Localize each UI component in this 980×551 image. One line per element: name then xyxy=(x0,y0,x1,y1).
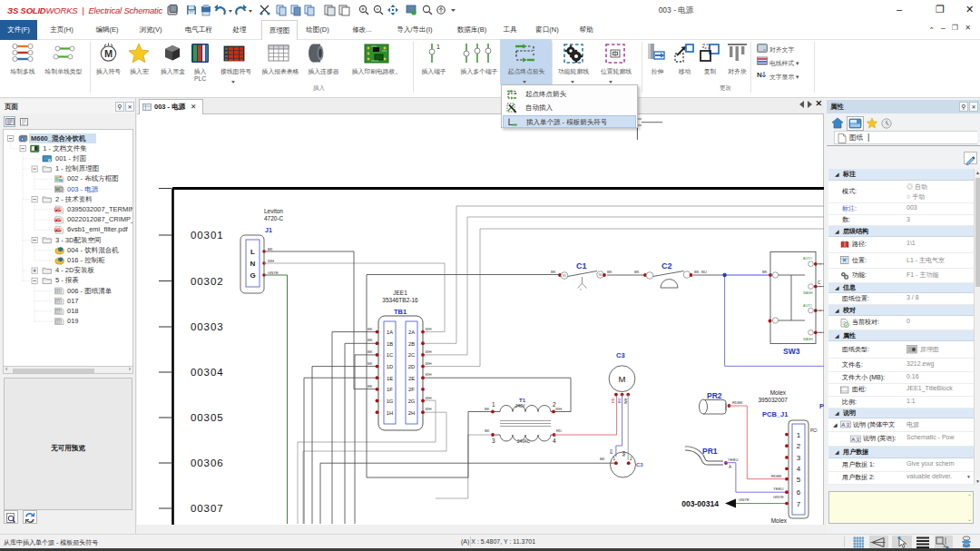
svg-text:WH: WH xyxy=(622,450,626,457)
svg-text:WH: WH xyxy=(426,407,432,411)
svg-text:WASH: WASH xyxy=(803,291,813,295)
svg-text:Molex: Molex xyxy=(770,389,787,396)
svg-text:5: 5 xyxy=(797,476,801,484)
svg-text:C2: C2 xyxy=(662,261,672,271)
svg-text:PR2: PR2 xyxy=(707,391,722,400)
svg-text:C1: C1 xyxy=(576,261,587,271)
svg-text:C3: C3 xyxy=(636,462,643,467)
svg-text:M: M xyxy=(104,48,113,59)
svg-text:Leviton: Leviton xyxy=(264,208,283,214)
svg-text:A: A xyxy=(841,422,845,428)
svg-text:M: M xyxy=(59,188,62,192)
svg-text:N: N xyxy=(757,71,762,79)
svg-text:1D: 1D xyxy=(387,364,393,369)
svg-text:SW3: SW3 xyxy=(783,347,800,356)
svg-text:BU: BU xyxy=(618,398,622,403)
svg-text:1: 1 xyxy=(797,431,801,439)
svg-text:Molex: Molex xyxy=(771,517,788,524)
svg-text:3: 3 xyxy=(492,438,495,444)
svg-text:1F: 1F xyxy=(387,387,393,392)
svg-text:BK: BK xyxy=(600,457,605,461)
svg-text:2C: 2C xyxy=(408,352,415,358)
svg-text:BK: BK xyxy=(368,338,373,342)
svg-text:AUTO: AUTO xyxy=(803,304,812,308)
svg-text:A: A xyxy=(851,437,855,442)
svg-text:JEE1: JEE1 xyxy=(393,290,407,296)
svg-text:WH: WH xyxy=(426,361,432,366)
svg-text:GNYE: GNYE xyxy=(773,495,784,499)
svg-text:WH: WH xyxy=(555,407,562,411)
svg-text:WASH: WASH xyxy=(803,338,813,341)
svg-text:文: 文 xyxy=(856,437,861,442)
svg-text:BK: BK xyxy=(485,407,490,411)
svg-text:2B: 2B xyxy=(408,341,415,347)
svg-text:WH: WH xyxy=(426,396,432,400)
svg-text:2E: 2E xyxy=(408,376,415,381)
svg-text:BK: BK xyxy=(485,428,490,433)
svg-text:GNYE: GNYE xyxy=(739,497,750,502)
svg-text:RDBK: RDBK xyxy=(771,474,782,478)
svg-text:TB1: TB1 xyxy=(394,308,407,316)
svg-text:C: C xyxy=(818,280,821,285)
svg-text:N: N xyxy=(250,260,256,268)
svg-text:BK: BK xyxy=(368,349,373,354)
svg-text:YEBU: YEBU xyxy=(773,487,783,491)
svg-text:BK: BK xyxy=(551,270,556,274)
svg-text:BK: BK xyxy=(368,327,373,331)
svg-text:PR1: PR1 xyxy=(702,447,718,456)
svg-text:00302: 00302 xyxy=(191,276,223,287)
svg-text:395032007: 395032007 xyxy=(758,397,788,403)
svg-text:AUTO: AUTO xyxy=(803,257,812,261)
svg-text:文: 文 xyxy=(846,422,851,428)
svg-text:95: 95 xyxy=(563,274,566,278)
svg-text:2G: 2G xyxy=(408,398,416,404)
svg-text:00307: 00307 xyxy=(191,503,223,514)
svg-text:RDBK: RDBK xyxy=(732,400,743,405)
svg-text:6: 6 xyxy=(797,488,801,497)
svg-text:BK: BK xyxy=(268,247,273,251)
svg-text:PCB_J1: PCB_J1 xyxy=(762,410,788,418)
svg-text:BK, BU: BK, BU xyxy=(694,270,707,274)
svg-text:1: 1 xyxy=(613,457,616,461)
svg-text:RD: RD xyxy=(556,428,562,433)
svg-text:A: A xyxy=(729,465,731,469)
svg-text:YEBU: YEBU xyxy=(728,458,738,462)
svg-text:PCI: PCI xyxy=(810,428,818,433)
svg-text:4: 4 xyxy=(553,438,556,444)
svg-text:35346TB2-16: 35346TB2-16 xyxy=(382,297,418,303)
svg-text:WH: WH xyxy=(624,398,628,404)
svg-text:4720-C: 4720-C xyxy=(264,215,284,221)
svg-text:WH: WH xyxy=(268,259,274,263)
svg-text:L: L xyxy=(250,248,255,256)
svg-text:WH: WH xyxy=(426,349,432,354)
svg-text:BK: BK xyxy=(368,361,373,366)
svg-text:T1: T1 xyxy=(519,398,526,403)
svg-text:BK: BK xyxy=(634,270,640,274)
svg-text:2: 2 xyxy=(630,457,632,461)
svg-text:C3: C3 xyxy=(616,351,625,359)
svg-text:BK: BK xyxy=(368,384,373,389)
svg-text:7: 7 xyxy=(797,500,801,508)
svg-text:2: 2 xyxy=(797,442,801,450)
svg-text:00301: 00301 xyxy=(191,230,223,241)
svg-text:2D: 2D xyxy=(408,364,415,369)
svg-text:00304: 00304 xyxy=(191,367,223,378)
svg-text:RD: RD xyxy=(612,398,615,403)
svg-text:1: 1 xyxy=(436,44,440,50)
svg-text:2F: 2F xyxy=(408,387,415,392)
svg-text:GNYE: GNYE xyxy=(268,271,279,275)
svg-text:PDF: PDF xyxy=(55,229,63,232)
svg-text:4: 4 xyxy=(797,465,801,473)
svg-text:BK: BK xyxy=(607,270,612,274)
svg-text:1H: 1H xyxy=(387,410,393,416)
svg-text:G: G xyxy=(250,271,255,280)
svg-text:00303: 00303 xyxy=(191,321,223,332)
svg-text:003-00314: 003-00314 xyxy=(681,499,719,508)
svg-text:PC: PC xyxy=(819,402,824,410)
svg-text:PDF: PDF xyxy=(55,218,63,221)
svg-text:BU: BU xyxy=(610,448,613,454)
svg-text:M: M xyxy=(619,374,626,384)
svg-text:2A: 2A xyxy=(408,330,415,335)
svg-text:96: 96 xyxy=(599,273,603,277)
svg-text:240V: 240V xyxy=(515,404,525,408)
